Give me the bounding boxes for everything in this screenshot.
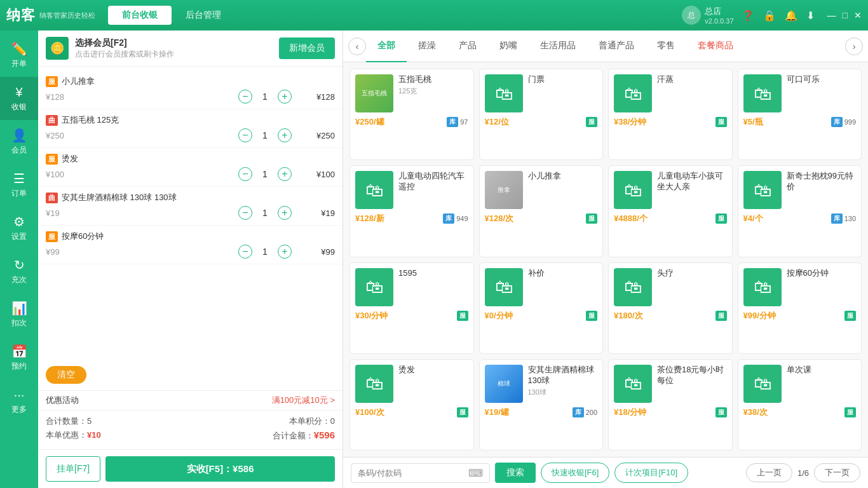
qty-minus-btn[interactable]: − [238, 128, 252, 142]
product-placeholder: 🛍 [614, 365, 652, 403]
product-card[interactable]: 🛍 汗蒸 ¥38/分钟 服 [608, 69, 733, 160]
qty-number: 1 [259, 208, 271, 218]
top-tabs: 前台收银 后台管理 [108, 6, 235, 25]
product-card[interactable]: 🛍 按摩60分钟 ¥99/分钟 服 [738, 262, 862, 354]
product-placeholder: 🛍 [485, 268, 523, 306]
cat-tab-massage[interactable]: 搓澡 [407, 30, 447, 62]
cashier-icon: ¥ [15, 85, 22, 100]
tab-back-office[interactable]: 后台管理 [172, 6, 235, 25]
product-price: ¥12/位 [485, 116, 509, 128]
qty-minus-btn[interactable]: − [238, 90, 252, 104]
item-total: ¥99 [297, 247, 335, 257]
maximize-btn[interactable]: □ [843, 10, 848, 20]
product-card[interactable]: 🛍 儿童电动车小孩可坐大人亲 ¥4888/个 服 [608, 165, 733, 257]
sidenav-label-more: 更多 [11, 404, 27, 415]
window-controls: — □ ✕ [827, 10, 862, 20]
main-layout: ✏️ 开单 ¥ 收银 👤 会员 ☰ 订单 ⚙ 设置 ↻ 充次 📊 扣次 📅 [0, 30, 868, 488]
add-member-button[interactable]: 新增会员 [279, 37, 335, 59]
product-price: ¥38/次 [743, 407, 768, 418]
sidenav-item-reserve[interactable]: 📅 预约 [0, 336, 38, 379]
product-stock-badge: 库 [443, 214, 454, 224]
product-card[interactable]: 🛍 单次课 ¥38/次 服 [738, 359, 862, 451]
fast-pay-button[interactable]: 快速收银[F6] [541, 463, 609, 483]
item-price: ¥99 [46, 247, 84, 257]
cat-tab-all[interactable]: 全部 [366, 30, 407, 62]
product-badges: 服 [715, 214, 727, 224]
qty-plus-btn[interactable]: + [278, 167, 292, 181]
lock-icon[interactable]: 🔒 [763, 10, 776, 22]
prev-page-button[interactable]: 上一页 [746, 463, 792, 482]
sidenav-item-member[interactable]: 👤 会员 [0, 120, 38, 163]
clear-button[interactable]: 清空 [46, 366, 86, 384]
tab-front-cashier[interactable]: 前台收银 [108, 6, 172, 25]
product-image: 五指毛桃 [355, 74, 393, 112]
product-card[interactable]: 🛍 头疗 ¥180/次 服 [608, 262, 733, 354]
bag-icon: 🛍 [624, 180, 642, 201]
qty-plus-btn[interactable]: + [278, 245, 292, 259]
product-card[interactable]: 🛍 新奇士抱枕99元特价 ¥4/个 库 130 [738, 165, 862, 257]
product-badges: 库 999 [831, 117, 856, 127]
product-card[interactable]: 🛍 可口可乐 ¥5/瓶 库 999 [738, 69, 862, 160]
product-placeholder: 🛍 [614, 171, 652, 209]
product-card[interactable]: 棉球 安其生牌酒精棉球 130球 130球 ¥19/罐 库 200 [479, 359, 604, 451]
discount-value[interactable]: 满100元减10元 > [272, 395, 335, 406]
sidenav-item-open[interactable]: ✏️ 开单 [0, 34, 38, 77]
qty-plus-btn[interactable]: + [278, 90, 292, 104]
help-icon[interactable]: ❓ [742, 10, 754, 22]
sidenav-item-order[interactable]: ☰ 订单 [0, 163, 38, 207]
sidenav-item-deduct[interactable]: 📊 扣次 [0, 293, 38, 336]
product-info: 儿童电动车小孩可坐大人亲 [657, 171, 727, 209]
product-price: ¥30/分钟 [355, 310, 388, 322]
cat-tab-product[interactable]: 产品 [447, 30, 488, 62]
pay-button[interactable]: 实收[F5]：¥586 [105, 456, 335, 482]
qty-minus-btn[interactable]: − [238, 206, 252, 220]
hang-button[interactable]: 挂单[F7] [46, 456, 100, 482]
count-item-button[interactable]: 计次项目[F10] [614, 463, 688, 483]
product-card[interactable]: 🛍 1595 ¥30/分钟 服 [349, 262, 474, 354]
sidenav-item-cashier[interactable]: ¥ 收银 [0, 77, 38, 120]
search-button[interactable]: 搜索 [495, 463, 536, 483]
search-input[interactable] [358, 468, 465, 478]
cat-next-btn[interactable]: › [845, 37, 863, 55]
cart-item: 服 烫发 ¥100 − 1 + ¥100 [38, 148, 342, 187]
product-card[interactable]: 🛍 茶位费18元每小时每位 ¥18/分钟 服 [608, 359, 733, 451]
product-card[interactable]: 🛍 儿童电动四轮汽车遥控 ¥128/新 库 949 [349, 165, 474, 257]
next-page-button[interactable]: 下一页 [814, 463, 860, 482]
sidenav-label-open: 开单 [11, 58, 27, 69]
logo-text: 纳客 [6, 6, 36, 25]
keyboard-icon[interactable]: ⌨ [468, 467, 483, 479]
item-total: ¥128 [297, 92, 335, 102]
minimize-btn[interactable]: — [827, 10, 836, 20]
product-type-badge: 服 [457, 311, 468, 321]
product-card[interactable]: 🛍 门票 ¥12/位 服 [479, 69, 604, 160]
sidenav-item-recharge[interactable]: ↻ 充次 [0, 250, 38, 293]
qty-control: − 1 + [238, 90, 292, 104]
qty-minus-btn[interactable]: − [238, 245, 252, 259]
product-badges: 服 [457, 407, 468, 417]
sidenav-item-settings[interactable]: ⚙ 设置 [0, 207, 38, 250]
cat-tab-daily[interactable]: 生活用品 [529, 30, 587, 62]
cat-tab-retail[interactable]: 零售 [646, 30, 686, 62]
deduct-icon: 📊 [11, 301, 27, 316]
download-icon[interactable]: ⬇ [806, 10, 815, 22]
search-wrap: ⌨ [351, 463, 490, 483]
qty-plus-btn[interactable]: + [278, 128, 292, 142]
product-stock: 200 [586, 409, 597, 416]
product-card[interactable]: 五指毛桃 五指毛桃 125克 ¥250/罐 库 97 [349, 69, 474, 160]
bag-icon: 🛍 [365, 276, 383, 297]
product-card[interactable]: 🛍 烫发 ¥100/次 服 [349, 359, 474, 451]
product-card[interactable]: 推拿 小儿推拿 ¥128/次 服 [479, 165, 604, 257]
cat-tab-combo[interactable]: 套餐商品 [686, 30, 745, 62]
product-card[interactable]: 🛍 补价 ¥0/分钟 服 [479, 262, 604, 354]
cat-prev-btn[interactable]: ‹ [348, 37, 366, 55]
cat-tab-normal[interactable]: 普通产品 [587, 30, 646, 62]
close-btn[interactable]: ✕ [854, 10, 862, 20]
member-title[interactable]: 选择会员[F2] [75, 37, 273, 49]
qty-number: 1 [259, 247, 271, 257]
cat-tab-milk[interactable]: 奶嘴 [488, 30, 529, 62]
sidenav-item-more[interactable]: ··· 更多 [0, 379, 38, 423]
bag-icon: 🛍 [754, 83, 771, 104]
bell-icon[interactable]: 🔔 [785, 10, 797, 22]
qty-plus-btn[interactable]: + [278, 206, 292, 220]
qty-minus-btn[interactable]: − [238, 167, 252, 181]
